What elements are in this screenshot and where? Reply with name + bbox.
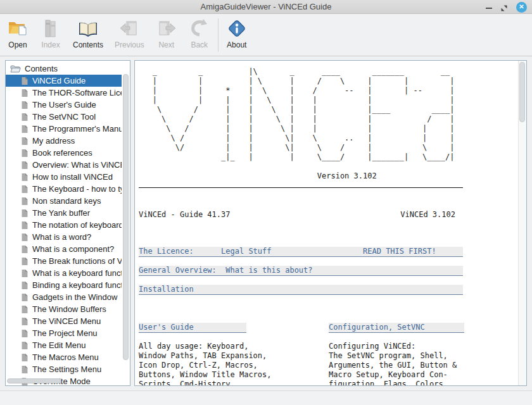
- about-button[interactable]: About: [220, 15, 253, 56]
- sidebar-item-gadgets-in-the-window[interactable]: Gadgets in the Window: [6, 291, 122, 303]
- sidebar-item-the-keyboard-how-to-type[interactable]: The Keyboard - how to type: [6, 183, 122, 195]
- contents-tree-panel: Contents ViNCEd GuideThe THOR-Software L…: [5, 60, 130, 386]
- sidebar-item-the-break-functions-of-vinc[interactable]: The Break functions of ViNC: [6, 255, 122, 267]
- document-icon: [21, 257, 28, 266]
- sidebar-item-label: The Window Buffers: [32, 304, 106, 314]
- sidebar-item-label: The User's Guide: [32, 100, 96, 109]
- tree-root-label: Contents: [25, 64, 58, 73]
- previous-page-icon: [118, 18, 140, 39]
- sidebar-vertical-scrollbar-thumb[interactable]: [123, 74, 129, 360]
- sidebar-item-what-is-a-component[interactable]: What is a component?: [6, 243, 122, 255]
- document-icon: [21, 233, 28, 242]
- document-icon: [21, 113, 28, 122]
- sidebar-item-the-window-buffers[interactable]: The Window Buffers: [6, 303, 122, 315]
- sidebar-item-what-is-a-keyboard-function[interactable]: What is a keyboard function: [6, 267, 122, 279]
- about-button-label: About: [227, 40, 246, 49]
- toolbar-separator: [218, 18, 218, 52]
- sidebar-item-label: The SetVNC Tool: [32, 112, 96, 122]
- contents-button[interactable]: Contents: [67, 15, 109, 56]
- sidebar-item-how-to-install-vinced[interactable]: How to install ViNCEd: [6, 171, 122, 183]
- back-button: Back: [183, 15, 216, 56]
- contents-button-label: Contents: [73, 40, 103, 49]
- minimize-icon[interactable]: [486, 8, 492, 9]
- sidebar-item-label: My address: [32, 136, 75, 146]
- sidebar-item-label: The notation of keyboard se: [32, 220, 122, 230]
- sidebar-item-label: The Break functions of ViNC: [32, 256, 122, 266]
- ascii-art-logo: _ _ |\ _ ____ _______ __ | | | \ | / \ |…: [139, 67, 455, 181]
- sidebar-item-binding-a-keyboard-function[interactable]: Binding a keyboard function: [6, 279, 122, 291]
- sidebar-item-vinced-guide[interactable]: ViNCEd Guide: [6, 75, 122, 87]
- sidebar-item-the-edit-menu[interactable]: The Edit Menu: [6, 339, 122, 351]
- sidebar-item-what-is-a-word[interactable]: What is a word?: [6, 231, 122, 243]
- status-bar: [0, 390, 532, 405]
- sidebar-item-label: What is a keyboard function: [32, 268, 122, 278]
- sidebar-item-the-macros-menu[interactable]: The Macros Menu: [6, 351, 122, 363]
- sidebar-item-the-vinced-menu[interactable]: The ViNCEd Menu: [6, 315, 122, 327]
- back-arrow-icon: [189, 18, 210, 39]
- folder-open-icon: [7, 18, 28, 39]
- toolbar: OpenIndexContentsPreviousNextBackAbout: [0, 14, 532, 56]
- index-books-icon: [40, 18, 61, 39]
- sidebar-item-the-yank-buffer[interactable]: The Yank buffer: [6, 207, 122, 219]
- sidebar-item-non-standard-keys[interactable]: Non standard keys: [6, 195, 122, 207]
- sidebar-item-book-references[interactable]: Book references: [6, 147, 122, 159]
- link-configuration-setvnc[interactable]: Configuration, SetVNC: [329, 323, 464, 333]
- content-vertical-scrollbar-thumb[interactable]: [519, 62, 525, 122]
- sidebar-item-the-notation-of-keyboard-se[interactable]: The notation of keyboard se: [6, 219, 122, 231]
- document-header-right: ViNCEd 3.102: [400, 210, 455, 220]
- sidebar-item-label: Book references: [32, 148, 92, 158]
- configuration-summary: Configuring ViNCEd: The SetVNC program, …: [329, 342, 457, 386]
- sidebar-item-the-thor-software-licence[interactable]: The THOR-Software Licence: [6, 87, 122, 99]
- sidebar-item-label: The Keyboard - how to type: [32, 184, 122, 194]
- sidebar-item-label: The Yank buffer: [32, 208, 90, 218]
- sidebar-item-label: How to install ViNCEd: [32, 172, 113, 182]
- sidebar-item-the-setvnc-tool[interactable]: The SetVNC Tool: [6, 111, 122, 123]
- sidebar-item-label: The Programmer's Manual: [32, 124, 122, 134]
- sidebar-item-label: ViNCEd Guide: [32, 76, 86, 85]
- sidebar-item-label: The THOR-Software Licence: [32, 88, 122, 97]
- next-button: Next: [150, 15, 183, 56]
- close-icon[interactable]: ✕: [516, 2, 527, 13]
- window-title: AmigaGuideViewer - ViNCEd Guide: [201, 2, 332, 11]
- sidebar-item-the-project-menu[interactable]: The Project Menu: [6, 327, 122, 339]
- maximize-icon[interactable]: [500, 3, 508, 11]
- back-button-label: Back: [191, 40, 208, 49]
- contents-book-icon: [77, 18, 99, 39]
- tree-root-contents[interactable]: Contents: [6, 61, 130, 75]
- sidebar-item-the-user-s-guide[interactable]: The User's Guide: [6, 99, 122, 111]
- open-button[interactable]: Open: [1, 15, 34, 56]
- link-installation[interactable]: Installation: [139, 285, 463, 295]
- next-button-label: Next: [158, 40, 174, 49]
- sidebar-item-label: The Edit Menu: [32, 340, 86, 350]
- sidebar-item-label: The Settings Menu: [32, 364, 101, 374]
- sidebar-item-label: What is a component?: [32, 244, 114, 254]
- index-button: Index: [34, 15, 67, 56]
- content-vertical-scrollbar-track[interactable]: [518, 61, 526, 385]
- document-icon: [21, 185, 28, 194]
- sidebar-item-label: Overview: What is ViNCEd a: [32, 160, 122, 170]
- sidebar-item-label: Non standard keys: [32, 196, 101, 206]
- folder-open-small-icon: [10, 65, 21, 73]
- document-icon: [21, 305, 28, 314]
- link-users-guide[interactable]: User's Guide: [139, 323, 246, 333]
- sidebar-horizontal-scrollbar-thumb[interactable]: [7, 378, 61, 383]
- link-general-overview[interactable]: General Overview: What is this about?: [139, 266, 463, 276]
- link-the-licence[interactable]: The Licence: Legal Stuff READ THIS FIRST…: [139, 247, 463, 257]
- index-button-label: Index: [41, 40, 60, 49]
- sidebar-item-the-programmer-s-manual[interactable]: The Programmer's Manual: [6, 123, 122, 135]
- app-window: AmigaGuideViewer - ViNCEd Guide ✕ OpenIn…: [0, 0, 532, 405]
- document-icon: [21, 293, 28, 302]
- sidebar-item-my-address[interactable]: My address: [6, 135, 122, 147]
- document-icon: [21, 89, 28, 97]
- tree-items: ViNCEd GuideThe THOR-Software LicenceThe…: [6, 75, 130, 386]
- document-icon: [21, 317, 28, 326]
- sidebar-item-the-settings-menu[interactable]: The Settings Menu: [6, 363, 122, 375]
- document-icon: [21, 197, 28, 206]
- document-icon: [21, 341, 28, 350]
- document-icon: [21, 365, 28, 374]
- document-icon: [21, 173, 28, 182]
- sidebar-item-overview-what-is-vinced-a[interactable]: Overview: What is ViNCEd a: [6, 159, 122, 171]
- users-guide-summary: All day usage: Keyboard, Window Paths, T…: [139, 342, 272, 386]
- document-icon: [21, 149, 28, 158]
- next-page-icon: [156, 18, 177, 39]
